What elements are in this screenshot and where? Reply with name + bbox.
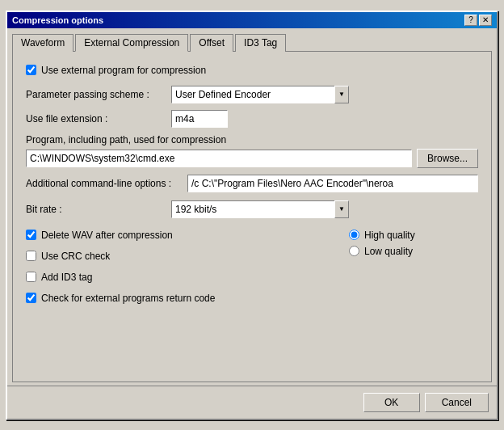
delete-wav-row: Delete WAV after compression — [26, 230, 333, 241]
low-quality-row: Low quality — [349, 246, 478, 257]
use-external-program-label: Use external program for compression — [41, 65, 206, 76]
bitrate-dropdown[interactable]: 192 kbit/s — [171, 200, 349, 218]
close-button[interactable]: ✕ — [479, 15, 492, 26]
high-quality-radio[interactable] — [349, 230, 359, 240]
tab-content: Use external program for compression Par… — [12, 51, 492, 382]
check-return-row: Check for external programs return code — [26, 293, 333, 304]
check-return-checkbox[interactable] — [26, 293, 36, 303]
tab-external-compression[interactable]: External Compression — [75, 34, 188, 52]
use-external-program-row: Use external program for compression — [26, 65, 478, 76]
use-external-program-checkbox[interactable] — [26, 65, 36, 75]
bitrate-row: Bit rate : 192 kbit/s ▼ — [26, 200, 478, 218]
delete-wav-label: Delete WAV after compression — [41, 230, 173, 241]
bitrate-label: Bit rate : — [26, 204, 171, 215]
tab-strip: Waveform External Compression Offset ID3… — [7, 28, 497, 51]
checkboxes-column: Delete WAV after compression Use CRC che… — [26, 230, 333, 314]
use-file-extension-row: Use file extension : m4a — [26, 110, 478, 128]
program-path-input[interactable] — [26, 150, 412, 167]
parameter-passing-label: Parameter passing scheme : — [26, 89, 171, 100]
use-crc-checkbox[interactable] — [26, 251, 36, 261]
program-path-row: Browse... — [26, 149, 478, 168]
help-button[interactable]: ? — [464, 15, 477, 26]
cancel-button[interactable]: Cancel — [425, 393, 489, 412]
use-file-extension-input[interactable]: m4a — [171, 110, 228, 128]
use-crc-row: Use CRC check — [26, 251, 333, 262]
add-id3-checkbox[interactable] — [26, 272, 36, 282]
additional-cmdline-input[interactable] — [187, 175, 478, 192]
bottom-bar: OK Cancel — [7, 386, 497, 419]
low-quality-label: Low quality — [364, 246, 413, 257]
tab-waveform[interactable]: Waveform — [12, 34, 74, 52]
high-quality-label: High quality — [364, 230, 415, 241]
quality-column: High quality Low quality — [349, 230, 478, 314]
bitrate-dropdown-container: 192 kbit/s ▼ — [171, 200, 349, 218]
check-return-label: Check for external programs return code — [41, 293, 215, 304]
title-bar: Compression options ? ✕ — [7, 12, 497, 28]
low-quality-radio[interactable] — [349, 246, 359, 256]
parameter-passing-dropdown[interactable]: User Defined Encoder — [171, 86, 349, 103]
high-quality-row: High quality — [349, 230, 478, 241]
options-columns: Delete WAV after compression Use CRC che… — [26, 230, 478, 314]
parameter-passing-dropdown-container: User Defined Encoder ▼ — [171, 86, 349, 103]
use-crc-label: Use CRC check — [41, 251, 110, 262]
use-file-extension-label: Use file extension : — [26, 113, 171, 124]
compression-options-window: Compression options ? ✕ Waveform Externa… — [6, 11, 498, 420]
additional-cmdline-row: Additional command-line options : — [26, 175, 478, 192]
ok-button[interactable]: OK — [363, 393, 420, 412]
parameter-passing-row: Parameter passing scheme : User Defined … — [26, 86, 478, 103]
additional-cmdline-label: Additional command-line options : — [26, 178, 187, 189]
title-bar-buttons: ? ✕ — [464, 15, 492, 26]
tab-id3-tag[interactable]: ID3 Tag — [235, 34, 286, 52]
tab-offset[interactable]: Offset — [190, 34, 233, 52]
add-id3-label: Add ID3 tag — [41, 272, 92, 283]
delete-wav-checkbox[interactable] — [26, 230, 36, 240]
add-id3-row: Add ID3 tag — [26, 272, 333, 283]
program-path-label: Program, including path, used for compre… — [26, 134, 478, 145]
browse-button[interactable]: Browse... — [417, 149, 478, 168]
window-title: Compression options — [12, 15, 103, 25]
